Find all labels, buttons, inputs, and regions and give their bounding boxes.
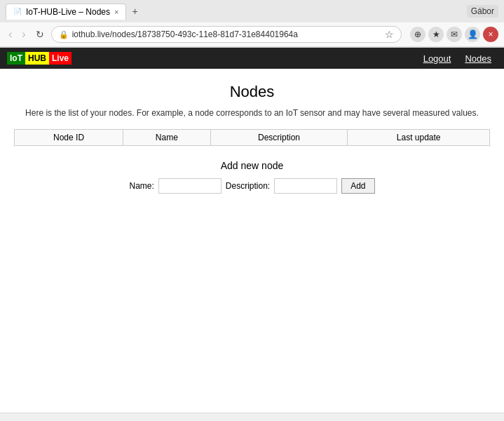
bookmark-icon[interactable]: ☆ [385, 29, 394, 40]
add-node-form: Name: Description: Add [14, 178, 490, 194]
nodes-table: Node ID Name Description Last update [14, 129, 490, 146]
extension-btn-1[interactable]: ⊕ [410, 27, 425, 42]
description-input[interactable] [274, 178, 337, 194]
browser-tab[interactable]: 📄 IoT-HUB-Live – Nodes × [6, 4, 126, 20]
add-button[interactable]: Add [341, 178, 374, 194]
col-name: Name [123, 130, 211, 146]
logo-live: Live [49, 52, 71, 65]
app-header: IoT HUB Live Logout Nodes [0, 48, 504, 69]
description-label: Description: [226, 181, 270, 191]
tab-close-button[interactable]: × [114, 8, 118, 16]
header-nav: Logout Nodes [418, 51, 497, 66]
title-bar: 📄 IoT-HUB-Live – Nodes × + Gábor [0, 0, 504, 22]
scrollbar-area[interactable] [0, 413, 504, 421]
logo-iot: IoT [7, 52, 25, 65]
tab-favicon: 📄 [13, 8, 22, 15]
app-logo: IoT HUB Live [7, 52, 71, 65]
logout-button[interactable]: Logout [418, 51, 457, 66]
table-header-row: Node ID Name Description Last update [15, 130, 490, 146]
address-bar[interactable]: 🔒 iothub.live/nodes/18738750-493c-11e8-8… [51, 26, 402, 43]
add-node-section: Add new node Name: Description: Add [14, 160, 490, 194]
col-last-update: Last update [348, 130, 490, 146]
extension-btn-2[interactable]: ★ [428, 27, 444, 42]
extension-btn-4[interactable]: 👤 [465, 27, 480, 42]
page-subtitle: Here is the list of your nodes. For exam… [14, 108, 490, 118]
add-node-title: Add new node [14, 160, 490, 171]
browser-chrome: 📄 IoT-HUB-Live – Nodes × + Gábor ‹ › ↻ 🔒… [0, 0, 504, 48]
table-header: Node ID Name Description Last update [15, 130, 490, 146]
user-label: Gábor [467, 5, 498, 18]
page-title: Nodes [14, 83, 490, 101]
back-button[interactable]: ‹ [6, 27, 15, 42]
nav-bar: ‹ › ↻ 🔒 iothub.live/nodes/18738750-493c-… [0, 22, 504, 47]
tab-title: IoT-HUB-Live – Nodes [26, 7, 110, 17]
reload-button[interactable]: ↻ [33, 27, 47, 41]
col-node-id: Node ID [15, 130, 123, 146]
name-label: Name: [129, 181, 154, 191]
extension-btn-3[interactable]: ✉ [447, 27, 462, 42]
col-description: Description [210, 130, 348, 146]
browser-actions: ⊕ ★ ✉ 👤 × [410, 27, 498, 42]
extension-btn-5[interactable]: × [483, 27, 498, 42]
name-input[interactable] [158, 178, 222, 194]
forward-button[interactable]: › [19, 27, 28, 42]
nodes-button[interactable]: Nodes [459, 51, 497, 66]
main-content: Nodes Here is the list of your nodes. Fo… [0, 69, 504, 208]
lock-icon: 🔒 [59, 30, 69, 39]
logo-hub: HUB [25, 52, 49, 65]
address-text: iothub.live/nodes/18738750-493c-11e8-81d… [72, 29, 381, 39]
new-tab-button[interactable]: + [126, 3, 143, 20]
